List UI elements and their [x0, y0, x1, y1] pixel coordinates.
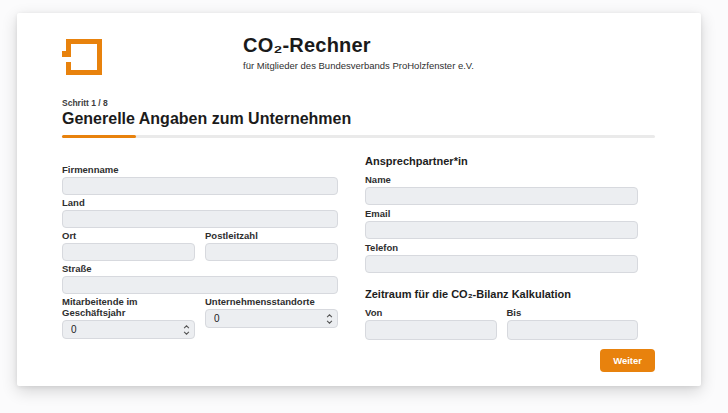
ort-plz-row: Ort Postleitzahl	[62, 230, 338, 263]
postleitzahl-field-group: Postleitzahl	[205, 230, 338, 261]
von-label: Von	[365, 307, 497, 318]
standorte-input[interactable]	[205, 309, 338, 328]
contact-section-heading: Ansprechpartner*in	[365, 155, 638, 167]
ort-input[interactable]	[62, 243, 195, 261]
company-form: Firmenname Land Ort Postleitzahl Straße	[62, 155, 655, 343]
mitarbeitende-stepper[interactable]	[183, 320, 190, 339]
period-section-heading: Zeitraum für die CO₂-Bilanz Kalkulation	[365, 288, 638, 300]
standorte-label: Unternehmensstandorte	[205, 296, 338, 307]
name-field-group: Name	[365, 174, 638, 205]
window-frame-logo-icon	[62, 39, 102, 75]
progress-bar	[62, 135, 655, 138]
contact-column: Ansprechpartner*in Name Email Telefon Ze…	[365, 155, 638, 343]
page-title: Generelle Angaben zum Unternehmen	[62, 110, 655, 128]
app-subtitle: für Mitglieder des Bundesverbands ProHol…	[243, 60, 474, 71]
telefon-input[interactable]	[365, 255, 638, 273]
weiter-button[interactable]: Weiter	[600, 349, 655, 372]
email-label: Email	[365, 208, 638, 219]
ort-label: Ort	[62, 230, 195, 241]
company-column: Firmenname Land Ort Postleitzahl Straße	[62, 155, 338, 343]
firmenname-input[interactable]	[62, 177, 338, 195]
land-field-group: Land	[62, 197, 338, 228]
telefon-field-group: Telefon	[365, 242, 638, 273]
ort-field-group: Ort	[62, 230, 195, 261]
header: CO₂-Rechner für Mitglieder des Bundesver…	[62, 26, 655, 88]
email-input[interactable]	[365, 221, 638, 239]
chevron-down-icon[interactable]	[183, 331, 190, 335]
strasse-input[interactable]	[62, 276, 338, 294]
firmenname-label: Firmenname	[62, 164, 338, 175]
land-input[interactable]	[62, 210, 338, 228]
firmenname-field-group: Firmenname	[62, 164, 338, 195]
email-field-group: Email	[365, 208, 638, 239]
name-input[interactable]	[365, 187, 638, 205]
standorte-stepper[interactable]	[326, 309, 333, 328]
von-field-group: Von	[365, 307, 497, 340]
name-label: Name	[365, 174, 638, 185]
postleitzahl-label: Postleitzahl	[205, 230, 338, 241]
von-input[interactable]	[365, 320, 497, 340]
mitarbeitende-input[interactable]	[62, 320, 195, 339]
bis-label: Bis	[507, 307, 639, 318]
app-title: CO₂-Rechner	[243, 34, 474, 57]
bis-input[interactable]	[507, 320, 639, 340]
progress-fill	[62, 135, 136, 138]
chevron-up-icon[interactable]	[183, 325, 190, 329]
chevron-down-icon[interactable]	[326, 320, 333, 324]
bis-field-group: Bis	[507, 307, 639, 340]
counts-row: Mitarbeitende im Geschäftsjahr Unternehm…	[62, 296, 338, 341]
mitarbeitende-label: Mitarbeitende im Geschäftsjahr	[62, 296, 195, 318]
telefon-label: Telefon	[365, 242, 638, 253]
postleitzahl-input[interactable]	[205, 243, 338, 261]
standorte-field-group: Unternehmensstandorte	[205, 296, 338, 339]
step-indicator: Schritt 1 / 8	[62, 98, 655, 108]
strasse-label: Straße	[62, 263, 338, 274]
chevron-up-icon[interactable]	[326, 314, 333, 318]
co2-rechner-card: CO₂-Rechner für Mitglieder des Bundesver…	[17, 13, 701, 386]
strasse-field-group: Straße	[62, 263, 338, 294]
period-row: Von Bis	[365, 307, 638, 343]
land-label: Land	[62, 197, 338, 208]
mitarbeitende-field-group: Mitarbeitende im Geschäftsjahr	[62, 296, 195, 339]
